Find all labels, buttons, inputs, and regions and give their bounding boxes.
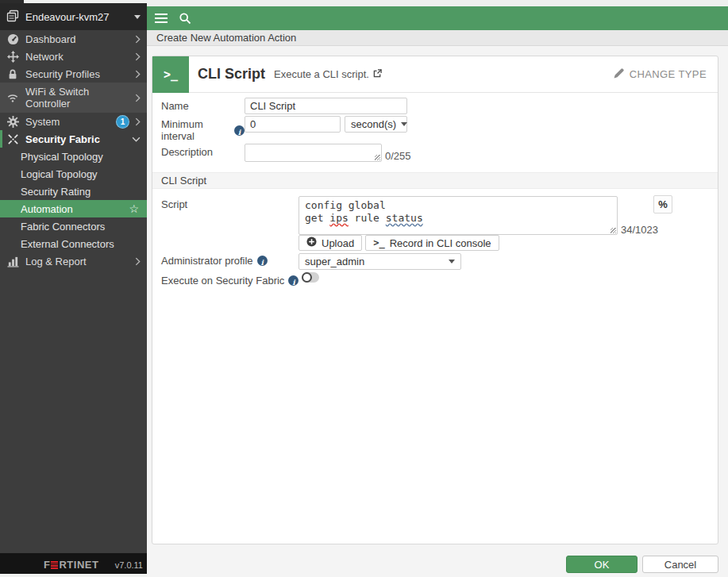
top-bar xyxy=(147,6,728,30)
description-label: Description xyxy=(161,144,245,158)
sidebar-item-system[interactable]: System 1 xyxy=(0,113,147,130)
pencil-icon xyxy=(614,67,625,81)
system-notification-badge: 1 xyxy=(117,116,129,128)
sidebar-item-logical-topology[interactable]: Logical Topology xyxy=(0,165,147,183)
chevron-down-icon xyxy=(134,15,141,19)
record-in-cli-console-button[interactable]: >_ Record in CLI console xyxy=(365,235,499,251)
sidebar-item-log-report[interactable]: Log & Report xyxy=(0,252,147,270)
search-icon[interactable] xyxy=(179,12,191,25)
name-label: Name xyxy=(161,98,245,112)
resize-handle[interactable] xyxy=(611,228,616,233)
execute-on-security-fabric-toggle[interactable] xyxy=(302,272,319,283)
external-link-icon[interactable] xyxy=(373,68,382,80)
sidebar-item-physical-topology[interactable]: Physical Topology xyxy=(0,148,147,165)
minimum-interval-input[interactable] xyxy=(245,116,341,133)
dashboard-gauge-icon xyxy=(6,33,19,45)
chevron-down-icon xyxy=(449,260,455,263)
device-stack-icon xyxy=(6,10,19,25)
fortinet-logo: FRTINET xyxy=(44,559,98,571)
chevron-right-icon xyxy=(135,94,141,102)
sidebar-item-wifi-switch-controller[interactable]: WiFi & Switch Controller xyxy=(0,83,147,113)
resize-handle[interactable] xyxy=(375,155,380,160)
sidebar-item-security-rating[interactable]: Security Rating xyxy=(0,183,147,200)
script-variables-button[interactable]: % xyxy=(653,195,672,213)
administrator-profile-select[interactable]: super_admin xyxy=(299,253,461,270)
bar-chart-icon xyxy=(6,256,19,267)
lock-icon xyxy=(6,68,19,80)
plus-circle-icon xyxy=(306,237,317,249)
sidebar-item-fabric-connectors[interactable]: Fabric Connectors xyxy=(0,217,147,235)
main-area: Create New Automation Action >_ CLI Scri… xyxy=(147,6,728,577)
minimum-interval-label: Minimum interval xyxy=(161,116,245,142)
sidebar-item-dashboard[interactable]: Dashboard xyxy=(0,30,147,48)
script-textarea[interactable]: config global get ips rule status xyxy=(299,196,618,235)
toggle-knob xyxy=(302,272,312,283)
wifi-icon xyxy=(6,92,19,103)
administrator-profile-label: Administrator profile xyxy=(161,252,299,267)
action-form: Name Minimum interval second(s) xyxy=(152,93,718,287)
action-type-subtitle: Execute a CLI script. xyxy=(274,68,382,80)
fortigate-app: Endeavour-kvm27 Dashboard Network xyxy=(0,0,728,577)
device-selector[interactable]: Endeavour-kvm27 xyxy=(0,3,147,30)
sidebar-item-security-fabric[interactable]: Security Fabric xyxy=(0,130,147,148)
ok-button[interactable]: OK xyxy=(566,556,637,573)
chevron-right-icon xyxy=(135,257,141,266)
sidebar-nav: Dashboard Network Security Profiles xyxy=(0,30,147,270)
chevron-right-icon xyxy=(135,70,141,79)
sidebar-item-automation[interactable]: Automation xyxy=(0,200,147,217)
upload-button[interactable]: Upload xyxy=(299,235,362,251)
misspelled-word: status xyxy=(386,212,423,224)
card-header: >_ CLI Script Execute a CLI script. CHAN… xyxy=(152,56,718,93)
name-input[interactable] xyxy=(245,98,407,114)
hostname-label: Endeavour-kvm27 xyxy=(25,11,128,23)
sidebar-footer: FRTINET v7.0.11 xyxy=(0,552,147,574)
fortinet-gate-icon xyxy=(51,561,58,569)
automation-action-card: >_ CLI Script Execute a CLI script. CHAN… xyxy=(152,56,718,544)
sidebar-item-external-connectors[interactable]: External Connectors xyxy=(0,235,147,252)
chevron-down-icon xyxy=(132,137,141,142)
script-label: Script xyxy=(161,196,299,210)
content-area: >_ CLI Script Execute a CLI script. CHAN… xyxy=(147,46,728,577)
chevron-right-icon xyxy=(135,117,141,126)
cancel-button[interactable]: Cancel xyxy=(642,556,718,573)
sidebar-item-security-profiles[interactable]: Security Profiles xyxy=(0,65,147,83)
chevron-right-icon xyxy=(135,35,141,44)
chevron-right-icon xyxy=(135,52,141,61)
chevron-down-icon xyxy=(401,122,407,126)
action-type-title: CLI Script xyxy=(198,66,265,83)
page-title-bar: Create New Automation Action xyxy=(147,30,728,46)
gear-icon xyxy=(6,116,19,128)
description-textarea[interactable] xyxy=(245,144,382,162)
info-icon[interactable] xyxy=(288,275,299,286)
sidebar-item-network[interactable]: Network xyxy=(0,48,147,65)
description-char-counter: 0/255 xyxy=(385,150,411,162)
misspelled-word: ips xyxy=(329,212,348,224)
cli-script-section-header: CLI Script xyxy=(152,172,718,189)
cli-script-terminal-icon: >_ xyxy=(152,56,189,93)
info-icon[interactable] xyxy=(234,125,245,136)
sidebar: Endeavour-kvm27 Dashboard Network xyxy=(0,3,147,556)
page-title: Create New Automation Action xyxy=(156,32,296,44)
change-type-button[interactable]: CHANGE TYPE xyxy=(614,67,707,81)
security-fabric-icon xyxy=(6,133,19,145)
form-actions: OK Cancel xyxy=(566,556,718,573)
interval-unit-select[interactable]: second(s) xyxy=(345,116,407,133)
firmware-version: v7.0.11 xyxy=(115,560,143,570)
favorite-star-icon[interactable] xyxy=(129,202,139,215)
execute-on-security-fabric-label: Execute on Security Fabric xyxy=(161,272,299,287)
menu-toggle-icon[interactable] xyxy=(155,11,168,25)
terminal-prompt-icon: >_ xyxy=(373,237,384,248)
info-icon[interactable] xyxy=(257,256,268,266)
network-move-icon xyxy=(6,51,19,63)
script-char-counter: 34/1023 xyxy=(621,224,658,236)
